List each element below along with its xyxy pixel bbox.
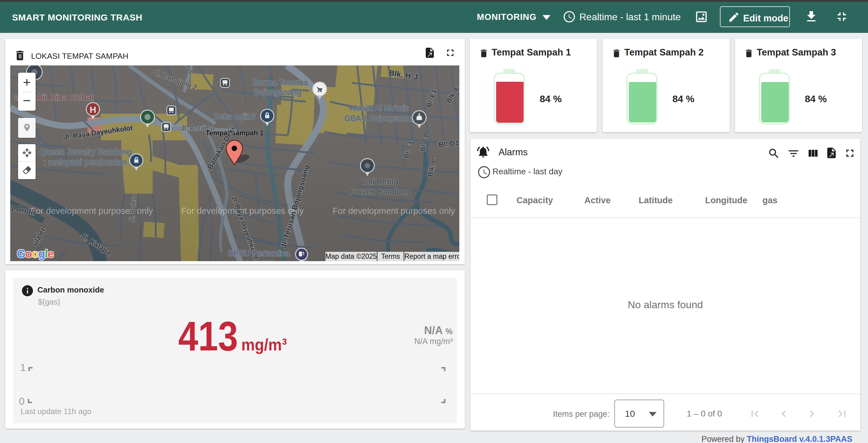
svg-text:Bojongsoang: Bojongsoang [254,88,301,97]
svg-text:Ichi Bento: Ichi Bento [362,177,398,186]
svg-text:GBA 1 Bojongsoang: GBA 1 Bojongsoang [344,114,415,123]
svg-text:H: H [90,105,96,115]
svg-text:24 40226: 24 40226 [240,259,274,261]
svg-text:Masjid Al Mu'min: Masjid Al Mu'min [350,103,409,113]
svg-text:Frozen Bandung: Frozen Bandung [350,187,410,196]
svg-text:: melayani pembuatan...: : melayani pembuatan... [43,157,134,167]
svg-text:Betta oqii16: Betta oqii16 [214,112,255,121]
svg-text:Queen Jewelry Bandung: Queen Jewelry Bandung [39,147,132,157]
svg-text:SPBU Pertamina: SPBU Pertamina [228,249,290,258]
svg-text:Borma Toserba: Borma Toserba [253,78,309,87]
svg-text:For development purposes only: For development purposes only [333,206,456,216]
